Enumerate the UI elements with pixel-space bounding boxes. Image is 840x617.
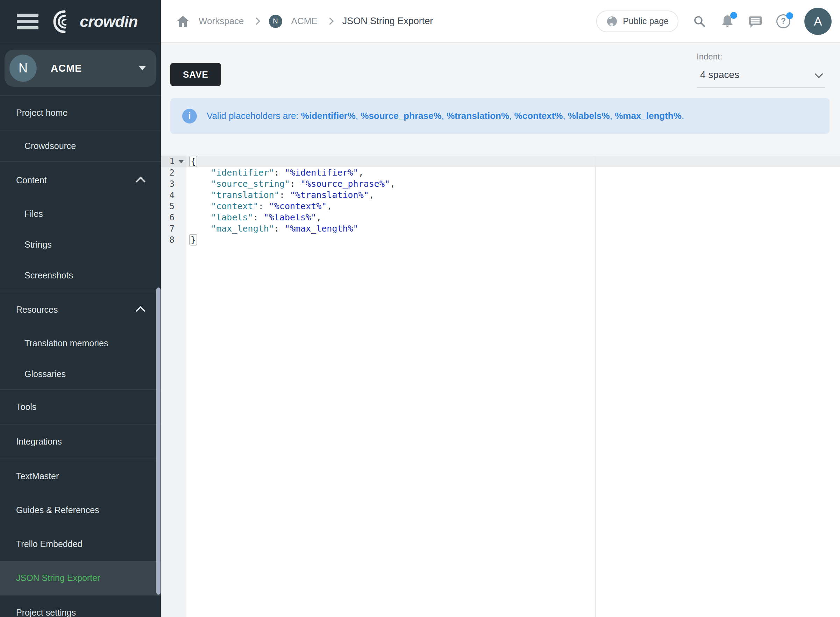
gutter-line-number: 6: [161, 212, 186, 223]
gutter-line-number: 1: [161, 156, 186, 167]
chevron-right-icon: [326, 18, 334, 25]
sidebar-item-project-settings[interactable]: Project settings: [0, 595, 161, 617]
indent-control: Indent: 4 spaces: [697, 52, 825, 88]
project-badge: N: [269, 15, 282, 28]
placeholder: %context%: [514, 111, 563, 121]
code-line: "translation": "%translation%",: [190, 190, 840, 201]
sidebar-item-label: Translation memories: [25, 338, 145, 348]
project-avatar: N: [9, 55, 37, 82]
gutter-line-number: 8: [161, 234, 186, 245]
help-icon[interactable]: ?: [777, 14, 790, 28]
placeholder: %identifier%: [301, 111, 356, 121]
sidebar-item-files[interactable]: Files: [0, 198, 161, 229]
breadcrumb-workspace[interactable]: Workspace: [199, 16, 244, 27]
gutter-line-number: 4: [161, 190, 186, 201]
hamburger-menu-icon[interactable]: [17, 14, 38, 30]
sidebar-item-content[interactable]: Content: [0, 161, 161, 198]
code-line: }: [190, 234, 840, 245]
page-title: JSON String Exporter: [342, 16, 433, 27]
sidebar-item-label: JSON String Exporter: [16, 573, 145, 583]
code-line: "identifier": "%identifier%",: [190, 167, 840, 179]
sidebar-item-json-string-exporter[interactable]: JSON String Exporter: [0, 561, 161, 595]
sidebar-item-label: Crowdsource: [25, 141, 145, 151]
public-page-button[interactable]: Public page: [596, 10, 678, 32]
chevron-right-icon: [252, 18, 260, 25]
chevron-down-icon: [815, 69, 823, 78]
chevron-up-icon[interactable]: [136, 306, 146, 316]
save-button[interactable]: SAVE: [170, 63, 221, 86]
sidebar-item-tools[interactable]: Tools: [0, 389, 161, 424]
sidebar-item-label: Tools: [16, 402, 145, 412]
sidebar-item-label: Files: [25, 209, 145, 219]
messages-icon[interactable]: [749, 14, 762, 28]
globe-icon: [606, 15, 618, 27]
sidebar-item-trello-embedded[interactable]: Trello Embedded: [0, 527, 161, 561]
public-page-label: Public page: [623, 16, 669, 26]
banner-prefix: Valid placeholders are:: [207, 111, 301, 121]
indent-selected-value: 4 spaces: [700, 69, 739, 80]
caret-down-icon: [139, 66, 146, 70]
sidebar-item-label: TextMaster: [16, 471, 145, 481]
sidebar-item-label: Integrations: [16, 437, 145, 447]
user-avatar[interactable]: A: [804, 8, 832, 35]
placeholder: %translation%: [447, 111, 509, 121]
breadcrumb: Workspace N ACME JSON String Exporter: [176, 15, 433, 28]
code-line: "context": "%context%",: [190, 201, 840, 212]
placeholder: %source_phrase%: [361, 111, 441, 121]
project-selector[interactable]: N ACME: [4, 50, 156, 87]
sidebar-item-label: Screenshots: [25, 270, 145, 280]
crowdin-logo[interactable]: crowdin: [50, 9, 138, 35]
notifications-bell-icon[interactable]: [721, 14, 734, 29]
placeholder: %labels%: [568, 111, 610, 121]
indent-select[interactable]: 4 spaces: [697, 67, 825, 88]
sidebar-item-screenshots[interactable]: Screenshots: [0, 260, 161, 291]
crowdin-logo-text: crowdin: [80, 13, 138, 31]
sidebar-item-label: Project home: [16, 108, 145, 118]
sidebar-item-label: Guides & References: [16, 505, 145, 515]
gutter-line-number: 3: [161, 179, 186, 190]
help-dot: [786, 12, 793, 19]
banner-text: Valid placeholders are: %identifier%, %s…: [207, 111, 684, 121]
code-line: "labels": "%labels%",: [190, 212, 840, 223]
sidebar-item-project-home[interactable]: Project home: [0, 95, 161, 130]
sidebar-item-label: Content: [16, 175, 137, 185]
sidebar-item-strings[interactable]: Strings: [0, 229, 161, 260]
json-template-editor[interactable]: 12345678 { "identifier": "%identifier%",…: [161, 156, 840, 617]
code-line: {: [190, 156, 840, 167]
sidebar-item-integrations[interactable]: Integrations: [0, 424, 161, 459]
sidebar-item-label: Glossaries: [25, 369, 145, 379]
sidebar-item-label: Strings: [25, 240, 145, 250]
editor-code[interactable]: { "identifier": "%identifier%", "source_…: [190, 156, 840, 245]
sidebar-item-label: Trello Embedded: [16, 539, 145, 549]
project-name: ACME: [51, 63, 125, 74]
chevron-up-icon[interactable]: [136, 177, 146, 186]
sidebar-nav: Project homeCrowdsourceContentFilesStrin…: [0, 95, 161, 617]
search-icon[interactable]: [693, 14, 706, 28]
sidebar-item-resources[interactable]: Resources: [0, 291, 161, 328]
home-icon[interactable]: [176, 15, 190, 28]
gutter-line-number: 2: [161, 167, 186, 179]
sidebar: crowdin N ACME Project homeCrowdsourceCo…: [0, 0, 161, 617]
code-line: "source_string": "%source_phrase%",: [190, 179, 840, 190]
gutter-line-number: 7: [161, 223, 186, 234]
app-window: crowdin N ACME Project homeCrowdsourceCo…: [0, 0, 840, 617]
code-line: "max_length": "%max_length%": [190, 223, 840, 234]
sidebar-item-textmaster[interactable]: TextMaster: [0, 459, 161, 493]
sidebar-scrollbar-thumb[interactable]: [156, 288, 161, 595]
fold-arrow-icon[interactable]: [179, 160, 184, 163]
sidebar-item-crowdsource[interactable]: Crowdsource: [0, 130, 161, 161]
info-banner: i Valid placeholders are: %identifier%, …: [170, 98, 830, 134]
sidebar-item-glossaries[interactable]: Glossaries: [0, 359, 161, 389]
sidebar-item-label: Project settings: [16, 608, 145, 617]
editor-gutter: 12345678: [161, 156, 186, 617]
sidebar-item-translation-memories[interactable]: Translation memories: [0, 328, 161, 359]
gutter-line-number: 5: [161, 201, 186, 212]
sidebar-item-label: Resources: [16, 305, 137, 315]
info-icon: i: [182, 109, 197, 124]
sidebar-item-guides-references[interactable]: Guides & References: [0, 493, 161, 527]
placeholder: %max_length%: [615, 111, 682, 121]
banner-placeholders: %identifier%, %source_phrase%, %translat…: [301, 111, 684, 121]
breadcrumb-project[interactable]: ACME: [291, 16, 318, 27]
sidebar-header: crowdin: [0, 0, 161, 43]
indent-label: Indent:: [697, 52, 825, 62]
